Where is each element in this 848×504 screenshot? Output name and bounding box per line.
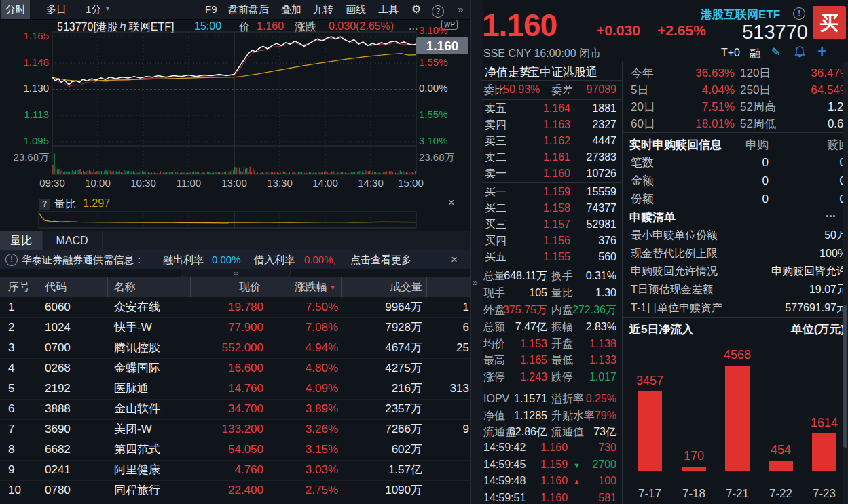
stat-value: 2.79% [570,408,616,424]
col-header-change[interactable]: 涨跌幅 [265,277,327,297]
cell-volume: 7266万 [339,419,422,440]
ellipsis-more[interactable]: ... [409,20,418,33]
fund-name-marquee: 宝中证港股通 [528,64,597,80]
margin-badge: 融 [750,47,760,61]
col-header-volume[interactable]: 成交量 [341,277,422,297]
table-row[interactable]: 21024快手-W77.9007.08%7928万6 [0,317,470,338]
scrollbar-thumb[interactable] [843,305,847,448]
inflow-bar-value: 454 [750,443,811,457]
redemption-more-link[interactable]: ... [826,206,836,220]
toolbar-menu-1[interactable]: F9 [201,0,221,19]
stats-row: 总额7.47亿振幅2.83% [482,319,623,335]
x-axis-time-label: 10:30 [122,177,165,189]
col-header-price[interactable]: 现价 [190,277,261,297]
performance-row: 5日4.04%250日64.54% [623,81,848,98]
nav-trend-link[interactable]: 净值走势 [485,64,531,80]
y-axis-left-label: 1.113 [1,109,49,120]
current-price-tag: 1.160 [416,37,468,54]
plus-icon[interactable]: + [817,43,826,61]
toolbar-menu-2[interactable]: 盘前盘后 [224,0,273,19]
ask-row[interactable]: 卖一1.16010726 [482,166,623,182]
toolbar-menu-3[interactable]: 叠加 [277,0,306,19]
toolbar-tab-2[interactable]: 多日 [42,0,71,19]
table-row[interactable]: 16060众安在线19.7807.50%9964万1 [0,297,470,318]
buy-button[interactable]: 买 [813,6,846,39]
tick-row: 14:59:451.159▼2700 [482,457,623,473]
ask-row[interactable]: 卖四1.1632327 [482,117,623,133]
margin-notice-bar[interactable]: ! 华泰证券融券通供需信息： 融出利率 0.00% 借入利率 0.00%, 点击… [0,250,470,269]
notice-close-icon[interactable]: × [451,250,458,269]
sub-redeem-value: 0 [797,172,846,190]
book-level: 买三 [485,216,506,233]
col-header-name[interactable]: 名称 [114,277,136,297]
tab-macd[interactable]: MACD [42,231,103,250]
cell-price: 22.400 [183,480,263,501]
table-row[interactable]: 86682第四范式54.0503.15%602万 [0,440,470,461]
col-header-code[interactable]: 代码 [45,277,67,297]
y-axis-left-label: 23.68万 [1,151,49,164]
performance-row: 20日7.51%52周高1.21 [623,98,848,115]
cell-price: 77.900 [183,317,263,338]
bid-row[interactable]: 买三1.15752981 [482,216,623,233]
x-axis-time-label: 14:30 [349,177,392,189]
ask-row[interactable]: 卖五1.1641881 [482,100,623,117]
bid-row[interactable]: 买二1.15874377 [482,200,623,216]
notice-more-link[interactable]: 点击查看更多 [345,250,411,269]
book-price: 1.159 [523,184,570,200]
toolbar-menu-5[interactable]: 画线 [342,0,370,19]
cell-name: 金蝶国际 [114,358,160,379]
more-tools-icon[interactable]: » [454,0,467,19]
info-circle-icon[interactable]: ! [793,7,805,20]
toolbar-menu-6[interactable]: 工具 [374,0,403,19]
bell-icon[interactable] [794,46,805,61]
dropdown-arrow-icon[interactable]: ▾ [106,5,109,12]
weibi-value: 50.93% [503,83,540,96]
table-row[interactable]: 63888金山软件34.7003.89%2357万 [0,399,470,420]
table-row[interactable]: 100780同程旅行22.4002.75%1090万 [0,480,470,501]
tab-liangbi[interactable]: 量比 [0,231,43,250]
perf-value: 36.63% [672,64,735,81]
toolbar-tab-3[interactable]: 1分 [81,0,105,19]
toolbar-tab-1[interactable]: 分时 [1,0,30,19]
table-row[interactable]: 90241阿里健康4.7603.03%1.57亿 [0,460,470,481]
table-row[interactable]: 40268金蝶国际16.6004.80%4275万 [0,358,470,379]
list-value: 19.07元 [694,281,847,298]
book-price: 1.158 [523,200,570,216]
book-qty: 1881 [569,100,616,117]
list-value: 100% [694,245,847,263]
cell-volume: 216万 [339,379,422,399]
x-axis-time-label: 13:30 [258,177,301,189]
sub-label: 份额 [631,190,654,208]
book-qty: 27383 [569,149,616,166]
col-header-index[interactable]: 序号 [8,277,30,297]
book-price: 1.162 [523,133,570,149]
cell-name: 第四范式 [114,440,160,460]
inflow-bar-value: 1614 [794,416,848,430]
indicator-help-icon[interactable]: ? [39,199,50,210]
perf-value: 36.47% [781,64,848,81]
ask-row[interactable]: 卖二1.16127383 [482,149,623,166]
book-price: 1.161 [523,149,570,166]
stat-value: 1.138 [570,336,616,352]
panel-collapse-handle[interactable]: » [470,0,483,504]
scrollbar-track[interactable] [843,62,848,504]
y-axis-right-label: 0.00% [419,82,448,94]
gear-icon[interactable]: ⚙ [407,0,425,19]
bid-row[interactable]: 买四1.156376 [482,233,623,249]
table-row[interactable]: 30700腾讯控股552.0004.94%4674万25 [0,338,470,359]
toolbar-menu-4[interactable]: 九转 [309,0,337,19]
help-icon[interactable]: ? [432,4,444,18]
bid-row[interactable]: 买五1.155560 [482,249,623,265]
ask-row[interactable]: 卖三1.1624447 [482,133,623,149]
redemption-row: 申购赎回允许情况申购赎回皆允许 [623,263,848,280]
bid-row[interactable]: 买一1.15915559 [482,184,623,200]
table-row[interactable]: 52192医脉通14.7604.09%216万313 [0,379,470,400]
cell-index: 8 [8,440,14,460]
pencil-icon[interactable]: ✎ [771,45,780,58]
indicator-close-icon[interactable]: × [448,197,454,209]
table-row[interactable]: 73690美团-W133.2003.26%7266万9 [0,419,470,440]
inflow-bar [769,461,793,471]
chart-toolbar: 分时多日1分▾F9盘前盘后叠加九转画线工具⚙?» [0,0,470,20]
x-axis-time-label: 11:00 [167,177,210,189]
subscription-col-buy: 申购 [720,136,769,154]
